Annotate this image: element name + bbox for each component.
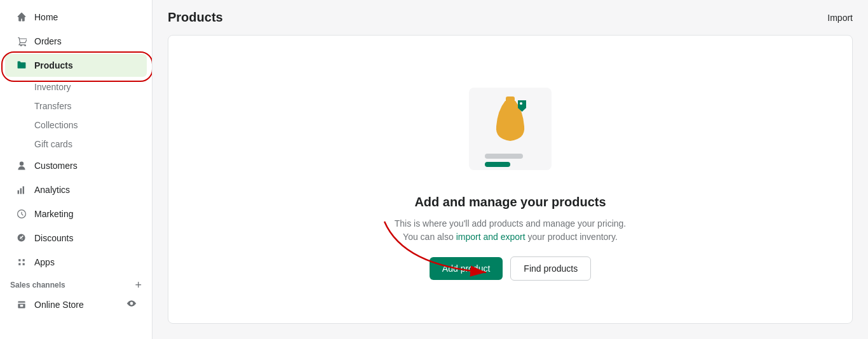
add-sales-channel-button[interactable]: + <box>135 279 142 291</box>
home-icon <box>15 11 28 23</box>
sidebar-item-customers-label: Customers <box>34 161 78 171</box>
sidebar-item-online-store[interactable]: Online Store <box>5 294 147 316</box>
sidebar-sub-transfers-label: Transfers <box>34 101 72 111</box>
illustration-card <box>469 88 552 170</box>
sidebar-item-marketing-label: Marketing <box>34 209 73 219</box>
eye-icon[interactable] <box>126 298 137 311</box>
discounts-icon <box>15 232 28 244</box>
sidebar-sub-inventory-label: Inventory <box>34 82 71 92</box>
page-header: Products Import <box>153 0 868 35</box>
main-body: Add and manage your products This is whe… <box>153 35 868 339</box>
empty-state-title: Add and manage your products <box>414 195 606 209</box>
sidebar-item-home[interactable]: Home <box>5 6 147 29</box>
customers-icon <box>15 159 28 172</box>
illustration-line-2 <box>485 162 510 167</box>
page-title: Products <box>168 10 223 25</box>
action-buttons: Add product Find products <box>430 256 591 281</box>
sidebar-sub-giftcards[interactable]: Gift cards <box>5 135 147 153</box>
sidebar-item-customers[interactable]: Customers <box>5 154 147 177</box>
main-content: Products Import <box>153 0 868 339</box>
sidebar-sub-collections[interactable]: Collections <box>5 116 147 134</box>
sidebar-item-home-label: Home <box>34 12 58 22</box>
sidebar-item-apps-label: Apps <box>34 257 55 267</box>
add-product-button[interactable]: Add product <box>430 257 503 280</box>
online-store-label: Online Store <box>34 300 84 310</box>
analytics-icon <box>15 183 28 196</box>
sidebar-item-discounts[interactable]: Discounts <box>5 227 147 249</box>
sales-channels-label: Sales channels <box>10 281 65 289</box>
sales-channels-section: Sales channels + <box>0 274 152 293</box>
sidebar-sub-giftcards-label: Gift cards <box>34 139 72 149</box>
sidebar-sub-collections-label: Collections <box>34 120 78 130</box>
sidebar-item-marketing[interactable]: Marketing <box>5 203 147 225</box>
empty-state-card: Add and manage your products This is whe… <box>168 35 853 324</box>
product-illustration <box>459 78 561 180</box>
empty-state-desc: This is where you'll add products and ma… <box>390 217 631 244</box>
sidebar-item-products-label: Products <box>34 60 73 70</box>
sidebar-sub-inventory[interactable]: Inventory <box>5 78 147 96</box>
sidebar-item-orders-label: Orders <box>34 36 62 46</box>
sidebar-item-analytics[interactable]: Analytics <box>5 178 147 201</box>
sidebar-item-orders[interactable]: Orders <box>5 30 147 53</box>
find-products-button[interactable]: Find products <box>510 256 591 281</box>
store-icon <box>15 298 28 311</box>
vase-svg <box>485 91 536 149</box>
import-button[interactable]: Import <box>827 13 853 23</box>
sidebar-item-apps[interactable]: Apps <box>5 251 147 274</box>
orders-icon <box>15 35 28 48</box>
marketing-icon <box>15 208 28 220</box>
svg-rect-1 <box>506 96 515 103</box>
sidebar-item-products[interactable]: Products <box>5 54 147 77</box>
illustration-line-1 <box>485 154 523 159</box>
sidebar: Home Orders Products Inventory Transfers… <box>0 0 153 339</box>
sidebar-sub-transfers[interactable]: Transfers <box>5 97 147 115</box>
svg-point-2 <box>520 102 522 105</box>
sidebar-item-discounts-label: Discounts <box>34 233 73 243</box>
products-icon <box>15 59 28 72</box>
sidebar-item-analytics-label: Analytics <box>34 185 70 195</box>
apps-icon <box>15 256 28 269</box>
import-link[interactable]: import and export <box>456 232 526 242</box>
